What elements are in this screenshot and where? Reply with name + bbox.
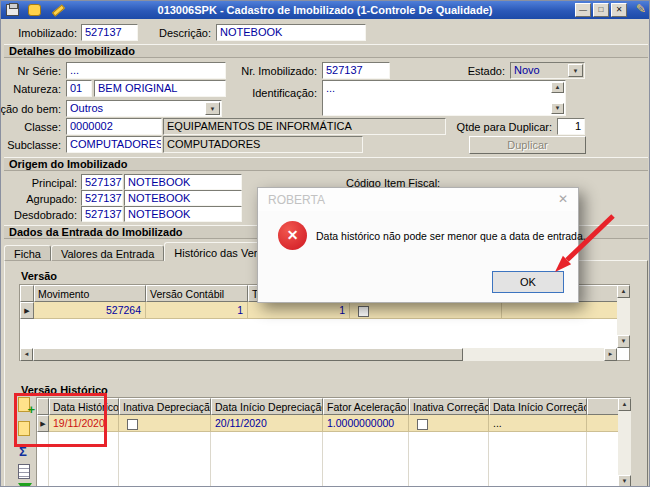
estado-label: Estado: [468,65,505,77]
imobilizado-field[interactable]: 527137 [81,24,138,41]
versao-scroll-down-icon[interactable]: ▼ [617,335,630,348]
versao-scroll-left-icon[interactable]: ◄ [20,348,33,361]
ok-button[interactable]: OK [492,271,564,293]
titlebar: 013006SPK - Cadastro de Imobilizado (1-C… [1,1,649,19]
estado-dropdown-icon[interactable]: ▼ [568,64,583,77]
versao-scroll-right-icon[interactable]: ► [604,348,617,361]
principal-desc-field: NOTEBOOK [124,174,242,190]
cell-tipo-movimento[interactable]: 1 [248,302,350,319]
inativa-correcao-checkbox[interactable] [417,419,428,430]
estado-combobox[interactable]: Novo ▼ [510,62,585,79]
tab-ficha[interactable]: Ficha [4,245,51,261]
tab-valores-da-entrada[interactable]: Valores da Entrada [51,245,164,261]
cell-data-inicio-correcao[interactable]: ... [489,415,587,432]
column-header-inativa-depreciacao[interactable]: Inativa Depreciação [119,398,211,415]
column-header-data-inicio-depreciacao[interactable]: Data Início Depreciação [211,398,323,415]
depreciacao-diferenciada-checkbox[interactable] [358,306,369,317]
cell-filler [502,302,618,319]
descricao-field[interactable]: NOTEBOOK [216,24,366,41]
desdobrado-label: Desdobrado: [14,209,77,221]
detalhes-section-header: Detalhes do Imobilizado [4,44,648,58]
maximize-button[interactable]: □ [593,3,609,17]
qtde-duplicar-field[interactable]: 1 [557,118,585,135]
tab-strip: Ficha Valores da Entrada Histórico das V… [4,242,291,261]
nr-serie-label: Nr Série: [18,65,61,77]
message-dialog: ROBERTA ✕ ✕ Data histórico não pode ser … [257,187,579,303]
column-header-indicator [20,285,34,302]
versao-historico-table-row[interactable]: ▶ 19/11/2020 20/11/2020 1.0000000000 ... [37,415,630,432]
cell-inativa-correcao[interactable] [409,415,489,432]
pencil-icon: ✎ [636,2,646,16]
subclasse-label: Subclasse: [7,139,61,151]
desdobrado-code-field[interactable]: 527137 [81,206,123,222]
versao-historico-section-title: Versão Histórico [21,384,108,396]
agrupado-label: Agrupado: [26,193,77,205]
principal-code-field[interactable]: 527137 [81,174,123,190]
edit-record-icon[interactable] [16,420,34,438]
identificacao-scroll-up-icon[interactable]: ▲ [551,82,564,93]
versao-section-title: Versão [21,270,57,282]
descricao-label: Descrição: [159,27,211,39]
duplicar-button: Duplicar [469,136,586,154]
dialog-close-icon[interactable]: ✕ [558,192,568,206]
identificacao-field[interactable]: ... ▲ ▼ [322,80,566,116]
identificacao-scroll-down-icon[interactable]: ▼ [551,103,564,114]
versao-table-row[interactable]: ▶ 527264 1 1 [20,302,629,319]
column-header-inativa-correcao[interactable]: Inativa Correção [409,398,489,415]
versao-historico-grid: Data Histórico Inativa Depreciação Data … [36,397,631,487]
cell-versao-contabil[interactable]: 1 [146,302,248,319]
versao-horizontal-scrollbar[interactable]: ◄ ► [20,348,617,361]
add-record-icon[interactable]: + [16,396,34,414]
cell-data-historico[interactable]: 19/11/2020 [49,415,119,432]
versao-scrollbar-thumb[interactable] [33,348,463,361]
inativa-depreciacao-checkbox[interactable] [127,419,138,430]
column-header-fator-aceleracao[interactable]: Fator Aceleração [323,398,409,415]
column-header-versao-contabil[interactable]: Versão Contábil [146,285,248,302]
expand-down-icon[interactable] [16,480,34,487]
error-icon: ✕ [278,221,307,250]
versao-historico-grid-header: Data Histórico Inativa Depreciação Data … [37,398,630,415]
sum-icon[interactable]: Σ [16,444,34,462]
natureza-code-field[interactable]: 01 [66,80,92,97]
utilizacao-dropdown-icon[interactable]: ▼ [205,102,220,115]
nr-serie-field[interactable]: ... [66,62,226,79]
close-button[interactable]: ✕ [611,3,627,17]
classe-label: Classe: [24,121,61,133]
column-header-movimento[interactable]: Movimento [34,285,146,302]
window-title: 013006SPK - Cadastro de Imobilizado (1-C… [1,4,649,16]
report-icon[interactable] [16,463,34,481]
cell-filler [587,415,619,432]
qtde-duplicar-label: Qtde para Duplicar: [457,121,552,133]
dialog-title: ROBERTA [268,193,325,207]
principal-label: Principal: [32,177,77,189]
classe-code-field[interactable]: 0000002 [66,118,162,135]
column-header-data-inicio-correcao[interactable]: Data Início Correção [489,398,587,415]
nr-imobilizado-field[interactable]: 527137 [322,62,390,79]
versao-vertical-scrollbar[interactable]: ▲ ▼ [617,285,630,348]
row-indicator-icon: ▶ [37,415,49,432]
agrupado-desc-field: NOTEBOOK [124,190,242,206]
desdobrado-desc-field: NOTEBOOK [124,206,242,222]
cell-fator-aceleracao[interactable]: 1.0000000000 [323,415,409,432]
column-header-indicator [37,398,49,415]
versao-historico-vertical-scrollbar[interactable]: ▲ ▼ [618,398,631,487]
natureza-label: Natureza: [13,83,61,95]
versao-scroll-up-icon[interactable]: ▲ [617,285,630,298]
minimize-button[interactable]: — [575,3,591,17]
imobilizado-label: Imobilizado: [18,27,77,39]
cell-inativa-depreciacao[interactable] [119,415,211,432]
app-window: 013006SPK - Cadastro de Imobilizado (1-C… [0,0,650,487]
identificacao-label: Identificação: [252,87,317,99]
cell-movimento[interactable]: 527264 [34,302,146,319]
utilizacao-combobox[interactable]: Outros ▼ [66,100,222,117]
nr-imobilizado-label: Nr. Imobilizado: [241,65,317,77]
subclasse-code-field[interactable]: COMPUTADORES [66,136,162,153]
utilizacao-label: Utilização do bem: [0,103,61,115]
agrupado-code-field[interactable]: 527137 [81,190,123,206]
versao-historico-scroll-down-icon[interactable]: ▼ [618,475,631,487]
column-header-data-historico[interactable]: Data Histórico [49,398,119,415]
versao-historico-scroll-up-icon[interactable]: ▲ [618,398,631,411]
cell-depreciacao-diferenciada[interactable] [350,302,502,319]
natureza-desc-field[interactable]: BEM ORIGINAL [94,80,226,97]
cell-data-inicio-depreciacao[interactable]: 20/11/2020 [211,415,323,432]
